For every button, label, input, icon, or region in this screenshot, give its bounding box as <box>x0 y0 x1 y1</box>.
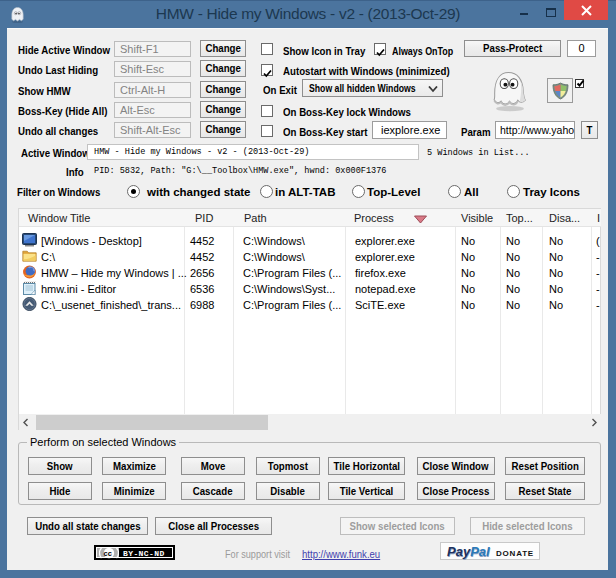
svg-text:cc: cc <box>104 549 112 558</box>
